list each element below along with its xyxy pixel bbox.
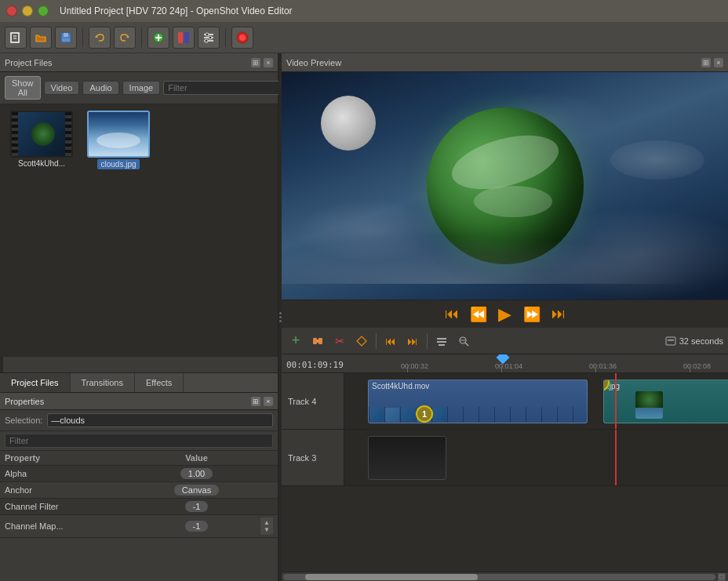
jump-end-button[interactable]: ⏭	[549, 305, 568, 324]
tick-2	[501, 366, 502, 372]
panel-resize-handle[interactable]	[0, 357, 3, 372]
tab-effects[interactable]: Effects	[135, 373, 184, 392]
transitions-button[interactable]	[173, 27, 195, 49]
clip-video-1[interactable]: Scott4kUhd.mov 1	[368, 379, 588, 423]
props-row-channel-map: Channel Map... -1 ▲ ▼	[0, 515, 278, 538]
file-label-image: clouds.jpg	[97, 159, 139, 169]
video-undock-icon[interactable]: ⊞	[701, 58, 711, 67]
file-filter-input[interactable]	[163, 81, 281, 95]
add-button[interactable]	[147, 27, 169, 49]
props-row-alpha: Alpha 1.00	[0, 466, 278, 482]
video-close-icon[interactable]: ×	[714, 58, 723, 67]
clip-image-1[interactable]: .jpg 2 3	[603, 379, 728, 423]
props-scroll-area	[260, 453, 273, 463]
props-name-channel-filter: Channel Filter	[5, 502, 133, 511]
timeline-transition-button[interactable]	[352, 332, 371, 350]
tab-transitions[interactable]: Transitions	[71, 373, 135, 392]
toolbar-sep-2	[141, 28, 142, 47]
props-name-channel-map: Channel Map...	[5, 521, 133, 531]
props-filter-input[interactable]	[5, 434, 273, 448]
marker-circle-1: 1	[416, 405, 433, 423]
properties-filter	[0, 431, 278, 451]
timeline-jump-start[interactable]: ⏮	[381, 332, 400, 350]
tab-project-files[interactable]: Project Files	[0, 373, 71, 392]
preferences-button[interactable]	[198, 27, 220, 49]
svg-rect-4	[64, 33, 68, 37]
clip-dark-1[interactable]	[368, 436, 446, 480]
props-scroll-arrows[interactable]: ▲ ▼	[260, 517, 273, 535]
scroll-end-button[interactable]: □	[717, 572, 726, 582]
timeline-add-button[interactable]: +	[286, 332, 305, 350]
tick-4	[690, 366, 690, 372]
track-content-4[interactable]: Scott4kUhd.mov 1	[344, 373, 728, 429]
audio-filter-button[interactable]: Audio	[82, 81, 118, 95]
props-name-alpha: Alpha	[5, 469, 133, 478]
tick-1	[407, 366, 408, 372]
timeline-razor-button[interactable]: ✂	[330, 332, 349, 350]
file-thumb-image	[87, 111, 150, 158]
show-all-button[interactable]: Show All	[5, 76, 41, 100]
new-button[interactable]	[5, 27, 27, 49]
props-undock-icon[interactable]: ⊞	[251, 397, 260, 406]
props-col-value: Value	[133, 453, 260, 463]
svg-rect-11	[178, 32, 183, 43]
video-preview-title: Video Preview	[286, 58, 341, 67]
timeline-ruler[interactable]: 00:01:09:19 00:00:32 00:01:04 00:01:36 0…	[282, 354, 728, 373]
maximize-btn[interactable]	[38, 5, 49, 16]
save-button[interactable]	[55, 27, 77, 49]
fast-forward-button[interactable]: ⏩	[522, 305, 541, 324]
ruler-ticks: 00:00:32 00:01:04 00:01:36 00:02:08 00:0…	[344, 354, 728, 372]
timeline-center-button[interactable]	[432, 332, 451, 350]
file-label-video: Scott4kUhd...	[18, 159, 65, 168]
scroll-thumb[interactable]	[305, 574, 478, 580]
video-section: Video Preview ⊞ ×	[282, 53, 728, 328]
playhead	[615, 373, 617, 429]
video-filter-button[interactable]: Video	[44, 81, 80, 95]
bottom-clouds	[282, 221, 728, 284]
moon-element	[321, 96, 376, 151]
time-display: 00:01:09:19	[286, 360, 344, 370]
rewind-button[interactable]: ⏪	[469, 305, 488, 324]
props-col-property: Property	[5, 453, 133, 463]
track-content-3[interactable]	[344, 430, 728, 485]
clip-label-1: Scott4kUhd.mov	[369, 380, 587, 392]
undo-button[interactable]	[89, 27, 111, 49]
ruler-time-3: 00:01:36	[589, 362, 617, 370]
svg-rect-31	[666, 337, 675, 345]
close-btn[interactable]	[6, 5, 17, 16]
file-item-image[interactable]: clouds.jpg	[83, 111, 154, 169]
toolbar-sep-1	[82, 28, 83, 47]
main-layout: Project Files ⊞ × Show All Video Audio I…	[0, 53, 728, 581]
selection-dropdown[interactable]: —clouds	[47, 413, 273, 427]
jump-start-button[interactable]: ⏮	[442, 305, 461, 324]
properties-tabs: Project Files Transitions Effects	[0, 373, 278, 393]
panel-close-icon[interactable]: ×	[264, 58, 273, 67]
panel-undock-icon[interactable]: ⊞	[251, 58, 260, 67]
record-button[interactable]	[231, 27, 253, 49]
track-row-4: Track 4 Scott4kUhd.mov	[282, 373, 728, 430]
scroll-end-icon: □	[720, 573, 724, 580]
redo-button[interactable]	[114, 27, 136, 49]
open-button[interactable]	[30, 27, 52, 49]
timeline-jump-end[interactable]: ⏭	[403, 332, 422, 350]
image-filter-button[interactable]: Image	[122, 81, 161, 95]
timeline-sep-1	[376, 333, 377, 349]
timeline-zoom-out[interactable]	[454, 332, 473, 350]
ruler-time-4: 00:02:08	[683, 362, 711, 370]
track-label-4: Track 4	[282, 373, 344, 429]
minimize-btn[interactable]	[22, 5, 33, 16]
timeline-toolbar: + ✂ ⏮	[282, 328, 728, 354]
scroll-track[interactable]	[283, 574, 715, 580]
ruler-time-1: 00:00:32	[401, 362, 428, 370]
props-close-icon[interactable]: ×	[264, 397, 273, 406]
timeline-duration: 32 seconds	[665, 336, 723, 347]
timeline-section: + ✂ ⏮	[282, 328, 728, 581]
timeline-tracks: Track 4 Scott4kUhd.mov	[282, 373, 728, 572]
titlebar: Untitled Project [HDV 720 24p] - OpenSho…	[0, 0, 728, 22]
file-item-video[interactable]: Scott4kUhd...	[6, 111, 77, 169]
left-panel: Project Files ⊞ × Show All Video Audio I…	[0, 53, 278, 581]
play-button[interactable]: ▶	[496, 305, 515, 324]
timeline-snap-button[interactable]	[308, 332, 327, 350]
svg-point-18	[209, 36, 212, 39]
project-files-header: Project Files ⊞ ×	[0, 53, 278, 72]
